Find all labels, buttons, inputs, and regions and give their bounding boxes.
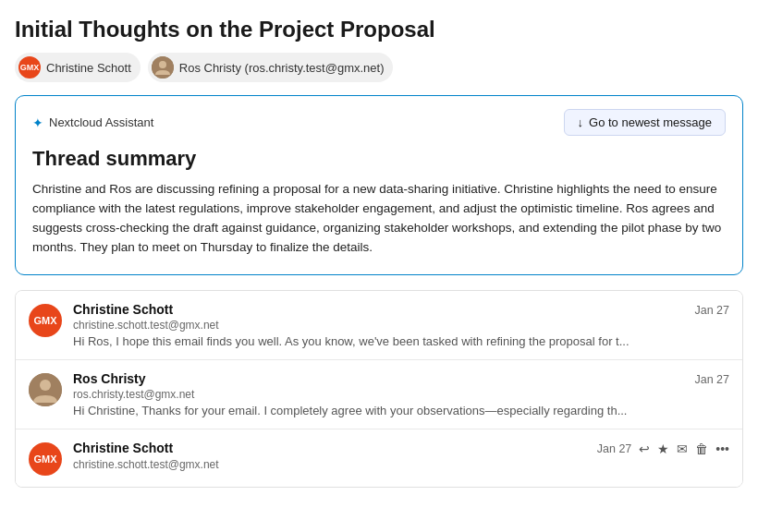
- arrow-down-icon: ↓: [578, 115, 584, 129]
- email-list: GMX Christine Schott Jan 27 christine.sc…: [15, 290, 743, 488]
- assistant-label: ✦ Nextcloud Assistant: [32, 115, 153, 130]
- svg-point-3: [40, 380, 51, 391]
- svg-point-1: [159, 61, 166, 68]
- email-address-1: christine.schott.test@gmx.net: [73, 319, 729, 332]
- ros-avatar-icon: [152, 56, 174, 79]
- participants-row: GMX Christine Schott Ros Christy (ros.ch…: [15, 53, 743, 82]
- email-sender-1: Christine Schott: [73, 302, 173, 317]
- page-title: Initial Thoughts on the Project Proposal: [15, 15, 743, 43]
- sparkle-icon: ✦: [32, 115, 43, 130]
- ros-avatar-icon-2: [29, 373, 62, 406]
- assistant-header: ✦ Nextcloud Assistant ↓ Go to newest mes…: [32, 109, 726, 136]
- envelope-icon[interactable]: ✉: [677, 441, 688, 456]
- email-top-row-3: Christine Schott Jan 27 ↩ ★ ✉ 🗑 •••: [73, 441, 729, 456]
- email-date-3: Jan 27: [597, 442, 632, 455]
- avatar-gmx-christine-1: GMX: [29, 304, 62, 337]
- email-address-2: ros.christy.test@gmx.net: [73, 388, 729, 401]
- email-content-3: Christine Schott Jan 27 ↩ ★ ✉ 🗑 ••• chri…: [73, 441, 729, 474]
- email-preview-1: Hi Ros, I hope this email finds you well…: [73, 334, 646, 348]
- email-top-row-1: Christine Schott Jan 27: [73, 302, 729, 317]
- table-row[interactable]: GMX Christine Schott Jan 27 christine.sc…: [16, 291, 742, 360]
- more-icon[interactable]: •••: [715, 441, 729, 456]
- go-newest-button[interactable]: ↓ Go to newest message: [564, 109, 726, 136]
- assistant-box: ✦ Nextcloud Assistant ↓ Go to newest mes…: [15, 95, 743, 275]
- avatar-ros-chip: [152, 56, 174, 79]
- participant-name-ros: Ros Christy (ros.christy.test@gmx.net): [179, 61, 385, 75]
- table-row[interactable]: GMX Christine Schott Jan 27 ↩ ★ ✉ 🗑 ••• …: [16, 429, 742, 487]
- avatar-ros-2: [29, 373, 62, 406]
- avatar-christine: GMX: [18, 56, 41, 79]
- email-top-right-3: Jan 27 ↩ ★ ✉ 🗑 •••: [588, 441, 729, 456]
- email-top-row-2: Ros Christy Jan 27: [73, 371, 729, 386]
- star-icon[interactable]: ★: [657, 441, 669, 456]
- email-preview-2: Hi Christine, Thanks for your email. I c…: [73, 404, 646, 417]
- participant-chip-christine[interactable]: GMX Christine Schott: [15, 53, 141, 82]
- reply-icon[interactable]: ↩: [639, 441, 650, 456]
- email-content-1: Christine Schott Jan 27 christine.schott…: [73, 302, 729, 348]
- thread-summary-text: Christine and Ros are discussing refinin…: [32, 180, 726, 258]
- email-sender-3: Christine Schott: [73, 441, 173, 455]
- participant-name-christine: Christine Schott: [46, 61, 131, 75]
- assistant-label-text: Nextcloud Assistant: [49, 115, 153, 129]
- participant-chip-ros[interactable]: Ros Christy (ros.christy.test@gmx.net): [148, 53, 394, 82]
- email-date-2: Jan 27: [694, 373, 729, 386]
- avatar-gmx-christine-3: GMX: [29, 442, 62, 476]
- thread-summary-title: Thread summary: [32, 147, 726, 171]
- email-content-2: Ros Christy Jan 27 ros.christy.test@gmx.…: [73, 371, 729, 417]
- email-sender-2: Ros Christy: [73, 371, 146, 386]
- table-row[interactable]: Ros Christy Jan 27 ros.christy.test@gmx.…: [16, 360, 742, 429]
- email-address-3: christine.schott.test@gmx.net: [73, 458, 729, 471]
- go-newest-label: Go to newest message: [589, 115, 712, 129]
- trash-icon[interactable]: 🗑: [695, 441, 708, 456]
- email-date-1: Jan 27: [694, 304, 729, 317]
